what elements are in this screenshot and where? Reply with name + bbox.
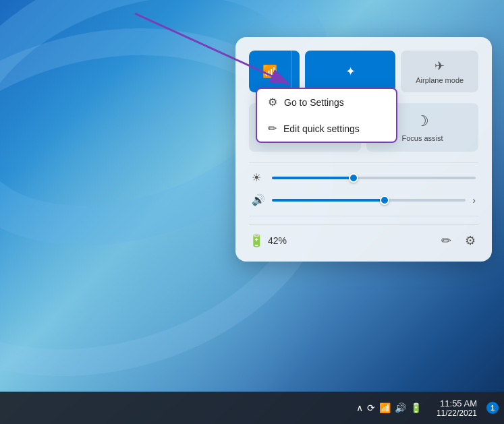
settings-menu-icon: ⚙ <box>268 96 277 109</box>
brightness-slider-row: ☀ <box>249 171 478 184</box>
volume-track[interactable] <box>272 199 466 202</box>
brightness-fill <box>272 177 354 179</box>
volume-fill <box>272 199 385 202</box>
panel-settings-button[interactable]: ⚙ <box>462 231 478 251</box>
edit-quick-settings-menu-item[interactable]: ✏ Edit quick settings <box>257 115 396 142</box>
brightness-track[interactable] <box>272 177 476 179</box>
tray-chevron-icon: ∧ <box>356 402 363 413</box>
taskbar: ∧ ⟳ 📶 🔊 🔋 11:55 AM 11/22/2021 1 <box>0 392 504 424</box>
volume-slider-row: 🔊 › <box>249 193 478 206</box>
wifi-expand-button[interactable]: › <box>291 51 300 92</box>
panel-edit-button[interactable]: ✏ <box>439 231 454 251</box>
focus-assist-label: Focus assist <box>401 134 443 142</box>
clock-date: 11/22/2021 <box>437 408 477 418</box>
goto-settings-menu-item[interactable]: ⚙ Go to Settings <box>257 89 396 115</box>
taskbar-tray[interactable]: ∧ ⟳ 📶 🔊 🔋 <box>351 400 427 416</box>
context-menu: ⚙ Go to Settings ✏ Edit quick settings <box>256 88 397 143</box>
taskbar-clock[interactable]: 11:55 AM 11/22/2021 <box>431 396 482 421</box>
quick-settings-panel: 📶 › ✦ ✈ Airplane mode ⚙ Go to Settings ✏… <box>235 37 492 262</box>
volume-thumb[interactable] <box>380 195 389 205</box>
focus-assist-icon: ☽ <box>416 113 429 130</box>
tray-sync-icon: ⟳ <box>367 402 375 413</box>
bluetooth-icon: ✦ <box>345 64 356 79</box>
divider-1 <box>249 162 478 163</box>
panel-actions: ✏ ⚙ <box>439 231 478 251</box>
battery-percent: 42% <box>268 235 287 246</box>
battery-icon: 🔋 <box>249 233 264 248</box>
tray-battery-icon: 🔋 <box>410 402 422 413</box>
goto-settings-label: Go to Settings <box>284 97 344 108</box>
edit-menu-icon: ✏ <box>268 122 277 135</box>
taskbar-right: ∧ ⟳ 📶 🔊 🔋 11:55 AM 11/22/2021 1 <box>351 396 499 421</box>
tray-wifi-icon: 📶 <box>379 402 391 413</box>
wifi-icon: 📶 <box>262 64 277 79</box>
wifi-button-group: 📶 › <box>249 51 300 92</box>
battery-info: 🔋 42% <box>249 233 287 248</box>
edit-quick-settings-label: Edit quick settings <box>283 123 360 134</box>
brightness-thumb[interactable] <box>349 173 358 183</box>
bluetooth-button[interactable]: ✦ <box>305 51 396 92</box>
volume-expand-arrow[interactable]: › <box>472 195 476 206</box>
tray-volume-icon: 🔊 <box>395 402 406 413</box>
divider-2 <box>249 216 478 216</box>
airplane-icon: ✈ <box>435 59 445 73</box>
brightness-icon: ☀ <box>252 171 265 184</box>
panel-bottom-bar: 🔋 42% ✏ ⚙ <box>249 224 478 251</box>
notification-badge[interactable]: 1 <box>486 402 499 414</box>
wifi-button[interactable]: 📶 <box>249 51 291 92</box>
airplane-label: Airplane mode <box>416 76 464 84</box>
airplane-mode-button[interactable]: ✈ Airplane mode <box>401 51 478 92</box>
top-button-row: 📶 › ✦ ✈ Airplane mode ⚙ Go to Settings ✏… <box>249 51 478 92</box>
clock-time: 11:55 AM <box>440 398 477 408</box>
volume-icon: 🔊 <box>252 193 265 206</box>
